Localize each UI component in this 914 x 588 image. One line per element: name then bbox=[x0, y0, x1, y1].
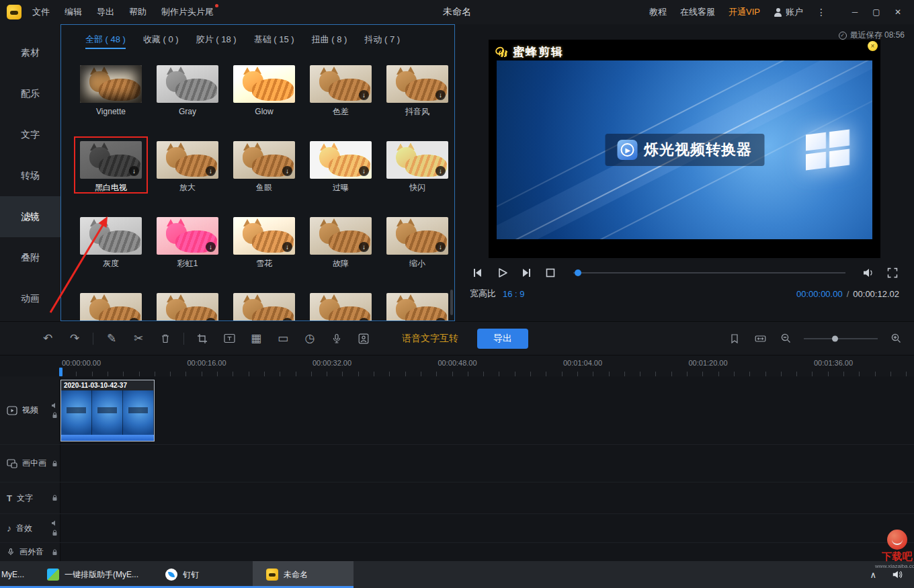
ruler-track[interactable]: 00:00:00.0000:00:16.0000:00:32.0000:00:4… bbox=[60, 355, 914, 376]
sidebar-item-2[interactable]: 文字 bbox=[0, 114, 60, 155]
voiceover-track-lane[interactable] bbox=[60, 543, 914, 561]
seek-slider[interactable] bbox=[573, 272, 845, 274]
marker-icon[interactable] bbox=[727, 331, 742, 346]
filter-item-11[interactable]: ↓彩虹1 bbox=[157, 217, 218, 268]
video-track-lane[interactable]: 2020-11-03-10-42-37 bbox=[60, 376, 914, 444]
sidebar-item-4[interactable]: 滤镜 bbox=[0, 196, 60, 237]
text-track-lane[interactable] bbox=[60, 482, 914, 513]
tray-expand-icon[interactable]: ∧ bbox=[870, 570, 876, 580]
tray-volume-icon[interactable] bbox=[891, 569, 903, 580]
menu-4[interactable]: 制作片头片尾 bbox=[161, 6, 214, 18]
taskbar-item-partial[interactable]: MyE... bbox=[0, 561, 34, 588]
titlebar-link-0[interactable]: 教程 bbox=[649, 6, 667, 18]
zoom-in-icon[interactable] bbox=[888, 331, 903, 346]
filter-tab-0[interactable]: 全部 ( 48 ) bbox=[85, 32, 126, 49]
prev-frame-button[interactable] bbox=[470, 265, 486, 280]
menu-3[interactable]: 帮助 bbox=[129, 6, 147, 18]
fit-timeline-icon[interactable] bbox=[753, 331, 767, 346]
play-button[interactable] bbox=[494, 265, 510, 280]
filter-tab-1[interactable]: 收藏 ( 0 ) bbox=[143, 32, 179, 49]
lock-icon[interactable] bbox=[52, 549, 58, 556]
edit-icon[interactable]: ✎ bbox=[104, 331, 119, 346]
snapshot-icon[interactable]: ▭ bbox=[276, 331, 290, 346]
sidebar-item-6[interactable]: 动画 bbox=[0, 278, 60, 319]
lock-icon[interactable] bbox=[52, 530, 58, 536]
filter-item-12[interactable]: ↓雪花 bbox=[233, 217, 295, 268]
filter-tab-2[interactable]: 胶片 ( 18 ) bbox=[196, 32, 237, 49]
sidebar-item-3[interactable]: 转场 bbox=[0, 155, 60, 196]
zoom-slider[interactable] bbox=[804, 338, 878, 339]
duration-icon[interactable]: ◷ bbox=[302, 331, 317, 346]
zoom-out-icon[interactable] bbox=[778, 331, 793, 346]
minimize-button[interactable]: ─ bbox=[844, 3, 866, 21]
pip-track-lane[interactable] bbox=[60, 445, 914, 482]
taskbar-item-0[interactable]: 一键排版助手(MyE... bbox=[34, 561, 152, 588]
filter-item-2[interactable]: Glow bbox=[233, 65, 295, 116]
more-menu-icon[interactable]: ⋮ bbox=[817, 7, 827, 17]
zoom-knob[interactable] bbox=[832, 335, 838, 341]
filter-item-4[interactable]: ↓抖音风 bbox=[386, 65, 448, 116]
filter-item-5[interactable]: ↓黑白电视 bbox=[80, 141, 142, 192]
watermark-close-icon[interactable]: × bbox=[868, 41, 878, 51]
crop-icon[interactable] bbox=[195, 331, 210, 346]
menu-0[interactable]: 文件 bbox=[32, 6, 50, 18]
lock-icon[interactable] bbox=[52, 495, 58, 501]
filter-item-6[interactable]: ↓放大 bbox=[157, 141, 218, 192]
filter-item-13[interactable]: ↓故障 bbox=[310, 217, 372, 268]
filter-item-16[interactable]: ↓ bbox=[157, 293, 218, 321]
filter-item-15[interactable]: ↓ bbox=[80, 293, 142, 321]
volume-icon[interactable] bbox=[860, 265, 876, 280]
record-icon[interactable] bbox=[329, 331, 344, 346]
seek-knob[interactable] bbox=[575, 269, 581, 276]
delete-icon[interactable] bbox=[158, 331, 173, 346]
voice-text-button[interactable]: 语音文字互转 bbox=[402, 333, 458, 345]
next-frame-button[interactable] bbox=[518, 265, 534, 280]
lock-icon[interactable] bbox=[52, 412, 58, 419]
filter-tab-3[interactable]: 基础 ( 15 ) bbox=[254, 32, 294, 49]
redo-icon[interactable]: ↷ bbox=[67, 331, 82, 346]
filter-item-17[interactable]: ↓ bbox=[233, 293, 295, 321]
titlebar-link-3[interactable]: 账户 bbox=[774, 6, 803, 18]
filter-item-7[interactable]: ↓鱼眼 bbox=[233, 141, 295, 192]
portrait-icon[interactable] bbox=[356, 331, 371, 346]
audio-track-lane[interactable] bbox=[60, 514, 914, 542]
split-icon[interactable]: ✂ bbox=[131, 331, 146, 346]
playhead-marker[interactable] bbox=[59, 368, 63, 376]
close-button[interactable]: ✕ bbox=[887, 3, 909, 21]
sidebar-item-1[interactable]: 配乐 bbox=[0, 73, 60, 114]
aspect-ratio-value[interactable]: 16 : 9 bbox=[503, 289, 525, 299]
mosaic-icon[interactable]: ▦ bbox=[249, 331, 263, 346]
subtitle-icon[interactable] bbox=[222, 331, 237, 346]
filter-item-9[interactable]: ↓快闪 bbox=[386, 141, 448, 192]
taskbar-item-1[interactable]: 钉钉 bbox=[152, 561, 253, 588]
filter-tab-4[interactable]: 扭曲 ( 8 ) bbox=[312, 32, 347, 49]
filter-item-19[interactable]: ↓ bbox=[386, 293, 448, 321]
filter-item-18[interactable]: ↓ bbox=[310, 293, 372, 321]
menu-2[interactable]: 导出 bbox=[97, 6, 114, 18]
filter-tab-5[interactable]: 抖动 ( 7 ) bbox=[364, 32, 400, 49]
titlebar-link-1[interactable]: 在线客服 bbox=[680, 6, 715, 18]
filter-label: 鱼眼 bbox=[233, 183, 295, 192]
maximize-button[interactable]: ▢ bbox=[866, 3, 887, 21]
export-button[interactable]: 导出 bbox=[477, 329, 528, 349]
lock-icon[interactable] bbox=[52, 460, 58, 467]
filter-item-8[interactable]: ↓过曝 bbox=[310, 141, 372, 192]
sidebar-item-0[interactable]: 素材 bbox=[0, 32, 60, 73]
filter-item-3[interactable]: ↓色差 bbox=[310, 65, 372, 116]
mute-icon[interactable] bbox=[51, 520, 58, 526]
scrollbar-thumb[interactable] bbox=[450, 290, 453, 315]
video-clip[interactable]: 2020-11-03-10-42-37 bbox=[60, 380, 155, 442]
mute-icon[interactable] bbox=[51, 403, 58, 409]
filter-item-10[interactable]: 灰度 bbox=[80, 217, 142, 268]
titlebar-link-2[interactable]: 开通VIP bbox=[729, 6, 760, 18]
filter-item-14[interactable]: ↓缩小 bbox=[386, 217, 448, 268]
filter-item-1[interactable]: Gray bbox=[157, 65, 218, 116]
filter-item-0[interactable]: Vignette bbox=[80, 65, 142, 116]
sidebar-item-5[interactable]: 叠附 bbox=[0, 237, 60, 278]
undo-icon[interactable]: ↶ bbox=[40, 331, 55, 346]
filter-thumbnail: ↓ bbox=[386, 141, 448, 179]
menu-1[interactable]: 编辑 bbox=[65, 6, 82, 18]
fullscreen-icon[interactable] bbox=[884, 265, 901, 280]
stop-button[interactable] bbox=[542, 265, 558, 280]
taskbar-item-2[interactable]: 未命名 bbox=[253, 561, 354, 588]
